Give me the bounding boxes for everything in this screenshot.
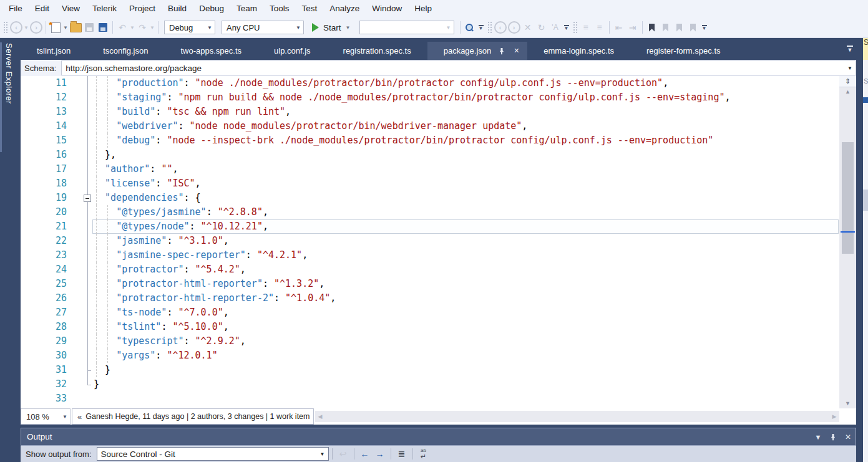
code-line-31[interactable]: 31 }	[21, 363, 839, 377]
right-strip-thumb-fragment[interactable]	[863, 190, 868, 211]
scroll-right-button[interactable]: ▶	[829, 411, 839, 422]
comment-button[interactable]: ≡	[579, 20, 593, 35]
tab-tslint-json[interactable]: tslint.json	[21, 42, 87, 60]
code-line-19[interactable]: 19 "dependencies": {	[21, 191, 839, 205]
code-line-15[interactable]: 15 "debug": "node --inspect-brk ./node_m…	[21, 133, 839, 148]
tab-ulp-conf-js[interactable]: ulp.conf.js	[258, 42, 327, 60]
code-line-12[interactable]: 12 "staging": "npm run build && node ./n…	[21, 90, 839, 105]
start-debugging-button[interactable]: Start ▼	[312, 23, 351, 32]
find-in-files-button[interactable]	[463, 20, 477, 35]
menu-item-analyze[interactable]: Analyze	[323, 0, 366, 17]
redo-button[interactable]: ↷	[135, 20, 149, 35]
solution-platform-combo[interactable]: Any CPU ▼	[222, 21, 304, 34]
solution-configuration-combo[interactable]: Debug ▼	[164, 21, 215, 34]
tab-tsconfig-json[interactable]: tsconfig.json	[87, 42, 164, 60]
new-file-dropdown[interactable]: ▼	[62, 25, 69, 31]
code-line-22[interactable]: 22 "jasmine": "^3.1.0",	[21, 234, 839, 248]
code-line-29[interactable]: 29 "typescript": "^2.9.2",	[21, 334, 839, 349]
redo-dropdown[interactable]: ▼	[149, 25, 155, 31]
menu-item-telerik[interactable]: Telerik	[86, 0, 123, 17]
server-explorer-tab[interactable]: Server Explorer	[4, 43, 14, 104]
navigate-backward-button[interactable]: ‹	[494, 20, 507, 35]
menu-item-test[interactable]: Test	[295, 0, 323, 17]
indent-increase-button[interactable]: ⇥	[626, 20, 640, 35]
code-line-26[interactable]: 26 "protractor-html-reporter-2": "^1.0.4…	[21, 291, 839, 306]
toolbar-overflow-button[interactable]: ▼	[477, 25, 485, 30]
navigate-forward-button[interactable]: ›	[29, 20, 43, 35]
code-line-25[interactable]: 25 "protractor-html-reporter": "^1.3.2",	[21, 277, 839, 291]
navigate-back-button[interactable]: ‹	[9, 20, 23, 35]
code-line-11[interactable]: 11 "production": "node ./node_modules/pr…	[21, 76, 839, 90]
open-file-button[interactable]	[69, 20, 82, 35]
code-line-28[interactable]: 28 "tslint": "^5.10.0",	[21, 320, 839, 334]
document-list-dropdown[interactable]: ▼	[847, 46, 853, 52]
codelens-info[interactable]: « Ganesh Hegde, 11 days ago | 2 authors,…	[72, 408, 314, 425]
pin-tab-button[interactable]	[497, 46, 506, 55]
refresh-button[interactable]: ↻	[535, 20, 549, 35]
scrollbar-thumb[interactable]	[842, 142, 854, 254]
toolbar-grip[interactable]	[573, 21, 577, 34]
code-line-18[interactable]: 18 "license": "ISC",	[21, 176, 839, 191]
code-line-32[interactable]: 32}	[21, 377, 839, 392]
schema-dropdown-icon[interactable]: ▼	[844, 65, 856, 71]
code-line-30[interactable]: 30 "yargs": "^12.0.1"	[21, 349, 839, 363]
menu-item-team[interactable]: Team	[230, 0, 263, 17]
menu-item-view[interactable]: View	[56, 0, 86, 17]
code-line-24[interactable]: 24 "protractor": "^5.4.2",	[21, 262, 839, 277]
solution-explorer-edge-tab[interactable]: S	[863, 38, 868, 60]
toggle-word-wrap-button[interactable]: ab↵	[416, 447, 431, 461]
goto-message-button[interactable]: ↩	[336, 447, 351, 461]
save-button[interactable]	[82, 20, 96, 35]
menu-item-build[interactable]: Build	[162, 0, 193, 17]
close-document-button[interactable]: ✕	[521, 20, 535, 35]
menu-item-help[interactable]: Help	[408, 0, 438, 17]
tab-registration-spec-ts[interactable]: registration.spec.ts	[327, 42, 427, 60]
clear-bookmarks-button[interactable]	[686, 20, 700, 35]
indent-decrease-button[interactable]: ⇤	[612, 20, 626, 35]
scroll-down-button[interactable]: ▼	[839, 400, 856, 407]
scroll-left-button[interactable]: ◀	[315, 411, 325, 422]
tab-two-apps-spec-ts[interactable]: two-apps.spec.ts	[164, 42, 258, 60]
code-line-33[interactable]: 33	[21, 392, 839, 406]
menu-item-project[interactable]: Project	[123, 0, 162, 17]
code-line-20[interactable]: 20 "@types/jasmine": "^2.8.8",	[21, 205, 839, 219]
menu-item-debug[interactable]: Debug	[193, 0, 230, 17]
menu-item-tools[interactable]: Tools	[263, 0, 296, 17]
split-window-handle[interactable]: ⇕	[839, 76, 856, 87]
tab-package-json[interactable]: package.json✕	[427, 42, 528, 60]
menu-item-window[interactable]: Window	[366, 0, 408, 17]
undo-button[interactable]: ↶	[115, 20, 129, 35]
code-line-13[interactable]: 13 "build": "tsc && npm run lint",	[21, 105, 839, 119]
uncomment-button[interactable]: ≡	[593, 20, 607, 35]
menu-item-file[interactable]: File	[2, 0, 29, 17]
close-panel-button[interactable]: ✕	[841, 430, 856, 444]
output-panel-header[interactable]: Output ▼ ✕	[21, 428, 856, 446]
save-all-button[interactable]	[96, 20, 110, 35]
code-line-27[interactable]: 27 "ts-node": "^7.0.0",	[21, 306, 839, 320]
clear-all-button[interactable]: ≣	[394, 447, 409, 461]
scroll-up-button[interactable]: ▲	[839, 89, 856, 95]
tab-emma-login-spec-ts[interactable]: emma-login.spec.ts	[527, 42, 630, 60]
code-line-14[interactable]: 14 "webdriver": "node node_modules/protr…	[21, 119, 839, 133]
code-line-21[interactable]: 21 "@types/node": "^10.12.21",	[21, 219, 839, 234]
navigate-back-dropdown[interactable]: ▼	[23, 25, 29, 31]
toolbar-grip[interactable]	[3, 21, 7, 34]
navigate-forward-button[interactable]: ›	[507, 20, 521, 35]
pin-panel-button[interactable]	[826, 430, 841, 444]
schema-combo[interactable]: http://json.schemastore.org/package ▼	[61, 60, 856, 75]
toolbar-overflow-button[interactable]: ▼	[562, 25, 571, 30]
menu-item-edit[interactable]: Edit	[29, 0, 56, 17]
start-dropdown[interactable]: ▼	[345, 25, 351, 31]
prev-bookmark-button[interactable]	[659, 20, 673, 35]
editor-vertical-scrollbar[interactable]: ⇕ ▲ ▼	[839, 76, 856, 408]
next-bookmark-button[interactable]	[673, 20, 686, 35]
tab-register-form-spec-ts[interactable]: register-form.spec.ts	[630, 42, 736, 60]
editor-horizontal-scrollbar[interactable]: ◀ ▶	[315, 411, 839, 422]
output-source-combo[interactable]: Source Control - Git ▼	[97, 447, 329, 461]
code-line-23[interactable]: 23 "jasmine-spec-reporter": "^4.2.1",	[21, 248, 839, 262]
toolbar-empty-combo[interactable]: ▼	[359, 21, 454, 34]
window-position-dropdown[interactable]: ▼	[811, 430, 826, 444]
toolbar-grip[interactable]	[487, 21, 492, 34]
previous-message-button[interactable]: ←	[358, 447, 373, 461]
new-file-button[interactable]	[49, 20, 62, 35]
